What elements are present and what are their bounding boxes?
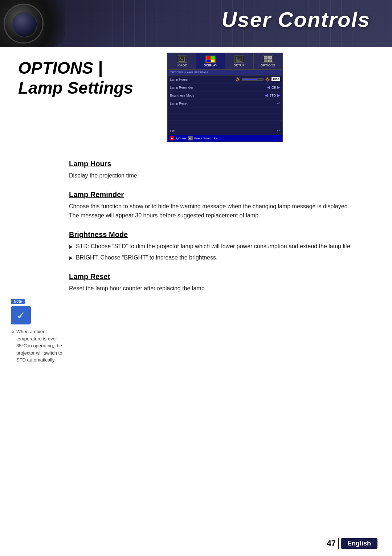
menu-tabs: IMAGE DISPLAY SETUP (168, 53, 282, 70)
language-badge: English (341, 538, 377, 549)
heading-brightness: Brightness Mode (69, 230, 374, 239)
bullets-brightness: ▶ STD: Choose “STD” to dim the projector… (69, 242, 374, 262)
note-text: ❖ When ambient temperature is over 35°C … (11, 328, 64, 364)
options-tab-icon (263, 56, 273, 63)
bottom-btn-exit: Exit (213, 137, 218, 140)
menu-breadcrumb: OPTIONS | LAMP SETTINGS (168, 70, 282, 75)
updown-icon: ● (170, 136, 174, 140)
lamp-icon-large: 🔆 (265, 77, 270, 82)
heading-lamp-reset: Lamp Reset (69, 273, 374, 281)
bullet-std: ▶ STD: Choose “STD” to dim the projector… (69, 242, 374, 251)
menu-tab-setup[interactable]: SETUP (225, 53, 254, 69)
arrow-right-reminder: ▶ (277, 85, 280, 89)
bar-fill (242, 79, 257, 80)
image-tab-icon (177, 56, 187, 63)
body-lamp-hours: Display the projection time. (69, 171, 374, 180)
body-lamp-reset: Reset the lamp hour counter after replac… (69, 284, 374, 293)
body-lamp-reminder: Choose this function to show or to hide … (69, 202, 374, 220)
main-content: Lamp Hours Display the projection time. … (69, 160, 374, 293)
check-icon: ✓ (17, 310, 25, 322)
menu-row-lamp-reset: Lamp Reset ↵ (168, 99, 282, 107)
heading-lamp-hours: Lamp Hours (69, 160, 374, 168)
page-number: 47 (327, 539, 336, 548)
bottom-btn-updown: ● UpDown (170, 136, 186, 140)
display-tab-icon (205, 56, 216, 63)
setup-tab-icon (234, 56, 244, 63)
hours-badge: 1500 (271, 77, 280, 81)
arrow-right-brightness: ▶ (277, 93, 280, 97)
bar-track (242, 78, 264, 81)
note-bullet: ❖ When ambient temperature is over 35°C … (11, 328, 64, 364)
menu-tab-image[interactable]: IMAGE (168, 53, 196, 69)
note-box: Note ✓ ❖ When ambient temperature is ove… (11, 298, 64, 364)
lens-circle (4, 4, 44, 44)
menu-bottom-bar: ● UpDown ↵ Select Menu Exit (168, 135, 282, 142)
section-title: OPTIONS | Lamp Settings (18, 58, 156, 98)
select-icon: ↵ (188, 136, 193, 140)
arrow-left-reminder: ◀ (267, 85, 270, 89)
arrow-left-brightness: ◀ (265, 93, 268, 97)
heading-lamp-reminder: Lamp Reminder (69, 191, 374, 199)
page-title: User Controls (221, 7, 370, 32)
menu-tab-options[interactable]: OPTIONS (254, 53, 282, 69)
diamond-icon: ❖ (11, 329, 15, 335)
bottom-btn-select: ↵ Select (188, 136, 202, 140)
bottom-btn-menu: Menu (204, 137, 211, 140)
footer: 47 English (327, 538, 378, 549)
svg-point-1 (180, 58, 181, 59)
menu-row-lamp-reminder: Lamp Reminder ◀ Off ▶ (168, 83, 282, 91)
enter-icon-exit: ↵ (277, 128, 280, 133)
bullet-bright: ▶ BRIGHT: Choose “BRIGHT” to increase th… (69, 253, 374, 262)
note-badge: Note (11, 299, 25, 304)
arrow-icon-std: ▶ (69, 242, 73, 250)
lens-inner (12, 12, 37, 37)
page-divider (338, 538, 339, 549)
menu-screenshot: IMAGE DISPLAY SETUP (167, 53, 283, 142)
menu-row-lamp-hours: Lamp Hours 🔆 🔆 1500 (168, 75, 282, 83)
menu-tab-display[interactable]: DISPLAY (196, 53, 225, 69)
menu-row-empty2 (168, 114, 282, 120)
note-icon-box: ✓ (11, 306, 31, 324)
menu-row-exit: Exit ↵ (168, 127, 282, 135)
lamp-icon-small: 🔆 (235, 77, 240, 82)
menu-row-empty1 (168, 107, 282, 114)
menu-row-empty3 (168, 120, 282, 127)
header-background: User Controls (0, 0, 392, 47)
arrow-icon-bright: ▶ (69, 254, 73, 262)
lamp-hours-bar: 🔆 🔆 1500 (225, 77, 280, 82)
menu-label: Menu (204, 137, 211, 140)
header-decoration (0, 0, 65, 47)
section-title-block: OPTIONS | Lamp Settings (18, 58, 156, 98)
menu-row-brightness: Brightness Mode ◀ STD ▶ (168, 91, 282, 99)
enter-icon-reset: ↵ (277, 101, 280, 106)
